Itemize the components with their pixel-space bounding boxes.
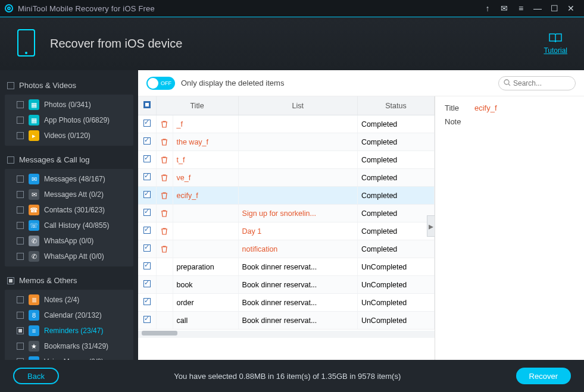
sidebar-item[interactable]: ▦App Photos (0/6829)	[5, 112, 133, 128]
detail-title-label: Title	[445, 104, 474, 112]
status-text: You have selected 0.88MB in 16 item(s) o…	[59, 372, 516, 381]
sidebar-item[interactable]: ☏Call History (40/855)	[5, 218, 133, 233]
row-checkbox-cell[interactable]	[138, 133, 156, 151]
app-logo-icon	[5, 4, 13, 12]
sidebar-item[interactable]: 8Calendar (20/132)	[5, 308, 133, 323]
row-checkbox-cell[interactable]	[138, 276, 156, 294]
row-list: Book dinner reservat...	[238, 258, 357, 276]
sidebar-item[interactable]: ✉Messages (48/167)	[5, 171, 133, 187]
section-label: Photos & Videos	[19, 81, 76, 90]
item-label: Videos (0/120)	[44, 131, 90, 140]
table-row[interactable]: the way_fCompleted	[138, 133, 435, 151]
item-checkbox[interactable]	[17, 117, 24, 124]
sidebar-section[interactable]: Memos & Others	[5, 272, 133, 288]
item-checkbox[interactable]	[17, 206, 24, 214]
table-row[interactable]: callBook dinner reservat...UnCompleted	[138, 312, 435, 330]
mail-icon[interactable]: ✉	[496, 4, 513, 13]
row-status: Completed	[357, 240, 434, 258]
item-checkbox[interactable]	[17, 237, 24, 244]
row-checkbox-cell[interactable]	[138, 151, 156, 169]
row-checkbox-cell[interactable]	[138, 169, 156, 187]
item-checkbox[interactable]	[17, 132, 24, 139]
item-checkbox[interactable]	[17, 101, 24, 108]
table-row[interactable]: ecify_fCompleted	[138, 187, 435, 205]
back-button[interactable]: Back	[13, 368, 59, 384]
item-label: Call History (40/855)	[44, 221, 109, 230]
table-row[interactable]: notificationCompleted	[138, 240, 435, 258]
row-checkbox-cell[interactable]	[138, 312, 156, 330]
row-status: Completed	[357, 115, 434, 133]
row-status: UnCompleted	[357, 294, 434, 312]
row-trash-icon	[156, 312, 173, 330]
sidebar-item[interactable]: ☎Contacts (301/623)	[5, 202, 133, 218]
table-row[interactable]: Day 1Completed	[138, 222, 435, 240]
row-trash-icon	[156, 294, 173, 312]
close-button[interactable]: ✕	[563, 4, 579, 13]
sidebar-item[interactable]: ≣Notes (2/4)	[5, 292, 133, 308]
tutorial-link[interactable]: Tutorial	[544, 33, 567, 55]
collapse-detail-handle[interactable]: ▸	[427, 215, 435, 237]
row-list: Day 1	[238, 222, 357, 240]
table-row[interactable]: ve_fCompleted	[138, 169, 435, 187]
col-list[interactable]: List	[238, 96, 357, 115]
row-checkbox-cell[interactable]	[138, 294, 156, 312]
horizontal-scrollbar[interactable]	[138, 331, 435, 338]
section-checkbox[interactable]	[7, 277, 14, 284]
table-row[interactable]: _fCompleted	[138, 115, 435, 133]
item-checkbox[interactable]	[17, 191, 24, 198]
sidebar-item[interactable]: ✆WhatsApp (0/0)	[5, 233, 133, 249]
search-input[interactable]	[513, 79, 570, 87]
col-title[interactable]: Title	[156, 96, 238, 115]
row-checkbox-cell[interactable]	[138, 205, 156, 222]
row-checkbox-cell[interactable]	[138, 115, 156, 133]
only-deleted-toggle[interactable]: OFF	[146, 77, 175, 90]
sidebar-item[interactable]: ▦Photos (0/341)	[5, 97, 133, 112]
item-checkbox[interactable]	[17, 222, 24, 229]
header-checkbox[interactable]	[138, 96, 156, 115]
item-label: WhatsApp Att (0/0)	[44, 252, 104, 261]
item-checkbox[interactable]	[17, 343, 24, 350]
maximize-button[interactable]: ☐	[546, 4, 563, 13]
svg-line-3	[508, 84, 510, 86]
sidebar-item[interactable]: ★Bookmarks (31/429)	[5, 338, 133, 354]
row-checkbox-cell[interactable]	[138, 258, 156, 276]
row-status: Completed	[357, 187, 434, 205]
table-row[interactable]: bookBook dinner reservat...UnCompleted	[138, 276, 435, 294]
item-checkbox[interactable]	[17, 296, 24, 303]
table-row[interactable]: t_fCompleted	[138, 151, 435, 169]
menu-icon[interactable]: ≡	[513, 4, 529, 13]
category-icon: ✆	[29, 236, 39, 246]
sidebar-item[interactable]: ♪Voice Memos (0/2)	[5, 354, 133, 360]
sidebar-section[interactable]: Messages & Call log	[5, 152, 133, 168]
row-trash-icon	[156, 240, 173, 258]
item-label: Bookmarks (31/429)	[44, 342, 108, 350]
sidebar-item[interactable]: ≡Reminders (23/47)	[5, 323, 133, 338]
page-title: Recover from iOS device	[50, 37, 182, 51]
section-checkbox[interactable]	[7, 156, 14, 164]
row-list	[238, 133, 357, 151]
row-checkbox-cell[interactable]	[138, 240, 156, 258]
sidebar-section[interactable]: Photos & Videos	[5, 77, 133, 93]
sidebar-item[interactable]: ▸Videos (0/120)	[5, 128, 133, 143]
search-box[interactable]	[498, 76, 576, 90]
item-checkbox[interactable]	[17, 175, 24, 183]
row-checkbox-cell[interactable]	[138, 222, 156, 240]
upload-icon[interactable]: ↑	[479, 4, 496, 13]
sidebar-item[interactable]: ✉Messages Att (0/2)	[5, 187, 133, 202]
section-checkbox[interactable]	[7, 82, 14, 89]
table-row[interactable]: orderBook dinner reservat...UnCompleted	[138, 294, 435, 312]
item-checkbox[interactable]	[17, 327, 24, 334]
sidebar-item[interactable]: ✆WhatsApp Att (0/0)	[5, 249, 133, 264]
recover-button[interactable]: Recover	[516, 368, 571, 384]
item-label: Calendar (20/132)	[44, 311, 102, 319]
row-checkbox-cell[interactable]	[138, 187, 156, 205]
item-checkbox[interactable]	[17, 253, 24, 260]
row-list	[238, 169, 357, 187]
minimize-button[interactable]: —	[529, 4, 546, 13]
tutorial-label: Tutorial	[544, 46, 567, 55]
table-row[interactable]: preparationBook dinner reservat...UnComp…	[138, 258, 435, 276]
col-status[interactable]: Status	[357, 96, 434, 115]
item-checkbox[interactable]	[17, 312, 24, 319]
table-row[interactable]: Sign up for snorkelin...Completed	[138, 205, 435, 222]
category-icon: ☏	[29, 220, 39, 231]
